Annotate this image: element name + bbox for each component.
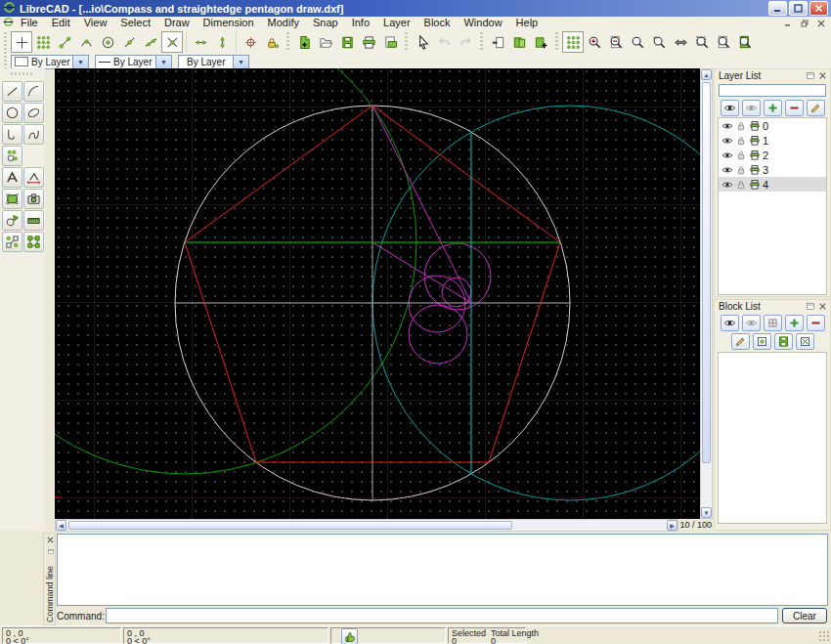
draw-spline-button[interactable]: [23, 124, 44, 145]
resize-grip[interactable]: [818, 630, 830, 642]
window-cascade-button[interactable]: [508, 31, 530, 53]
layer-row-2[interactable]: 2: [719, 148, 826, 162]
close-button[interactable]: [809, 1, 828, 16]
zoom-page-button[interactable]: [713, 31, 734, 53]
layer-lock-icon[interactable]: [734, 149, 747, 161]
menu-view[interactable]: View: [77, 17, 114, 28]
draw-line-button[interactable]: [2, 81, 22, 102]
snap-grid-button[interactable]: [32, 31, 54, 53]
draw-circle-button[interactable]: [2, 103, 22, 123]
restrict-horizontal-button[interactable]: [190, 31, 211, 53]
layer-print-icon[interactable]: [748, 163, 761, 176]
close-drawing-button[interactable]: [487, 31, 508, 53]
golden-circle-4[interactable]: [409, 305, 467, 364]
chevron-down-icon[interactable]: ▼: [233, 56, 248, 68]
undo-button[interactable]: [433, 31, 455, 53]
layer-visible-icon[interactable]: [721, 149, 733, 161]
snap-intersection-button[interactable]: [161, 31, 183, 53]
menu-window[interactable]: Window: [457, 17, 508, 28]
document-icon[interactable]: [3, 17, 14, 29]
pentagon-edge-top-left[interactable]: [185, 106, 372, 242]
float-panel-icon[interactable]: [805, 70, 816, 81]
draw-polyline-button[interactable]: [2, 124, 22, 145]
pointer-button[interactable]: [412, 31, 433, 53]
grid-toggle-button[interactable]: [562, 31, 584, 53]
layer-print-icon[interactable]: [748, 149, 761, 161]
dimension-button[interactable]: [23, 167, 44, 188]
snap-free-button[interactable]: [11, 31, 32, 53]
golden-circle-2[interactable]: [409, 276, 465, 332]
block-button[interactable]: [2, 232, 22, 252]
color-combobox[interactable]: By Layer ▼: [11, 55, 89, 69]
horizontal-scrollbar[interactable]: ◀ ▶: [55, 519, 678, 532]
toggle-block-button[interactable]: [764, 315, 782, 331]
mdi-restore-button[interactable]: [798, 18, 810, 28]
edit-block-button[interactable]: [731, 333, 750, 350]
layer-print-icon[interactable]: [748, 134, 761, 147]
insert-block-button[interactable]: [753, 333, 771, 350]
menu-help[interactable]: Help: [509, 17, 546, 28]
chevron-down-icon[interactable]: ▼: [155, 56, 171, 68]
layer-lock-icon[interactable]: [734, 119, 747, 132]
menu-dimension[interactable]: Dimension: [197, 17, 261, 28]
command-history[interactable]: [57, 534, 828, 606]
print-button[interactable]: [358, 31, 379, 53]
chevron-down-icon[interactable]: ▼: [72, 56, 88, 68]
image-button[interactable]: [23, 189, 44, 209]
zoom-window-button[interactable]: [691, 31, 713, 53]
file-save-button[interactable]: [336, 31, 358, 53]
scroll-down-button[interactable]: ▼: [701, 507, 712, 518]
horizontal-scroll-thumb[interactable]: [68, 521, 512, 530]
clear-button[interactable]: Clear: [782, 608, 827, 623]
drawing-canvas[interactable]: [55, 68, 700, 519]
minimize-button[interactable]: [768, 1, 787, 16]
edit-layer-button[interactable]: [807, 100, 825, 116]
restrict-vertical-button[interactable]: [211, 31, 233, 53]
zoom-pan-button[interactable]: [734, 31, 756, 53]
show-all-layers-button[interactable]: [721, 100, 739, 116]
menu-edit[interactable]: Edit: [45, 17, 77, 28]
linewidth-combobox[interactable]: By Layer ▼: [178, 55, 249, 69]
lock-relative-zero-button[interactable]: [261, 31, 283, 53]
zoom-redraw-button[interactable]: [627, 31, 648, 53]
menu-info[interactable]: Info: [345, 17, 376, 28]
zoom-previous-button[interactable]: [670, 31, 691, 53]
linetype-combobox[interactable]: By Layer ▼: [95, 55, 172, 69]
mdi-minimize-button[interactable]: [781, 18, 794, 28]
maximize-button[interactable]: [789, 1, 808, 16]
float-panel-icon[interactable]: [805, 301, 816, 312]
remove-layer-button[interactable]: [785, 100, 804, 116]
menu-file[interactable]: File: [14, 17, 45, 28]
scroll-left-button[interactable]: ◀: [56, 520, 66, 531]
menu-snap[interactable]: Snap: [306, 17, 345, 28]
construction-line-1[interactable]: [372, 106, 471, 303]
layer-print-icon[interactable]: [748, 119, 761, 132]
set-relative-zero-button[interactable]: [240, 31, 261, 53]
print-preview-button[interactable]: [379, 31, 401, 53]
draw-text-button[interactable]: [2, 167, 22, 188]
hide-all-blocks-button[interactable]: [742, 315, 761, 331]
layer-visible-icon[interactable]: [721, 134, 733, 147]
explode-block-button[interactable]: [796, 333, 814, 350]
menu-block[interactable]: Block: [417, 17, 458, 28]
layer-row-0[interactable]: 0: [719, 118, 826, 133]
layer-print-icon[interactable]: [748, 178, 761, 191]
zoom-out-button[interactable]: [605, 31, 627, 53]
add-block-button[interactable]: [785, 315, 804, 331]
zoom-auto-button[interactable]: [648, 31, 670, 53]
pentagon-edge-top-right[interactable]: [372, 106, 560, 242]
menu-draw[interactable]: Draw: [157, 17, 197, 28]
measure-button[interactable]: [23, 210, 44, 231]
layer-lock-icon[interactable]: [734, 178, 747, 191]
show-all-blocks-button[interactable]: [721, 315, 739, 331]
redo-button[interactable]: [455, 31, 476, 53]
file-open-button[interactable]: [315, 31, 336, 53]
menu-layer[interactable]: Layer: [376, 17, 417, 28]
menu-select[interactable]: Select: [113, 17, 157, 28]
layer-row-3[interactable]: 3: [719, 162, 826, 177]
layer-visible-icon[interactable]: [721, 178, 733, 191]
draw-ellipse-button[interactable]: [23, 103, 44, 123]
vertical-scrollbar[interactable]: ▲ ▼: [700, 68, 713, 519]
layer-lock-icon[interactable]: [734, 134, 747, 147]
draw-point-button[interactable]: [2, 146, 22, 166]
